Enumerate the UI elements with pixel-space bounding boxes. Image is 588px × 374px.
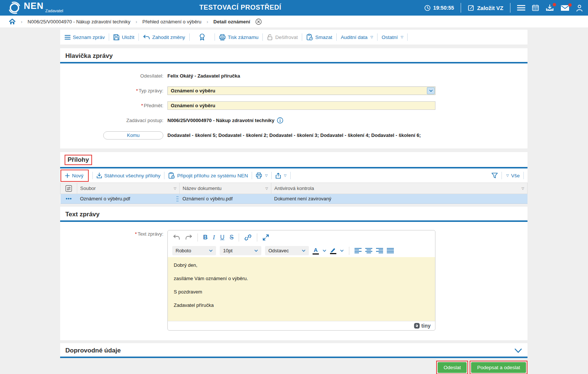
profile-button[interactable] [576,4,583,12]
redo-button[interactable] [185,234,192,240]
print-record-button[interactable]: Tisk záznamu [219,34,259,40]
komu-button[interactable]: Komu [103,131,163,140]
predmet-input[interactable] [167,101,435,110]
select-dropdown-button[interactable] [427,87,435,94]
download-all-attachments-button[interactable]: Stáhnout všechny přílohy [97,173,161,178]
tiny-logo[interactable]: tiny [414,323,431,329]
align-right-icon [376,248,383,253]
toolbar-separator [302,33,302,41]
editor-separator [239,233,239,242]
text-color-menu-chevron-icon[interactable] [323,249,326,252]
undo-icon [173,234,180,240]
align-left-button[interactable] [355,248,362,253]
save-button[interactable]: Uložit [113,34,134,40]
dropdown-triangle-icon: ▽ [506,174,509,177]
home-icon[interactable] [9,19,16,25]
close-tab-icon[interactable] [255,19,262,25]
odesilatel-value: Felix Okátý - Zadavatel příručka [167,73,240,79]
main-menu-button[interactable] [517,5,525,11]
dropdown-triangle-icon: ▽ [401,35,403,39]
row-menu-dots-icon [66,198,72,200]
column-filter-icon[interactable]: ▽ [174,187,176,190]
link-button[interactable] [244,234,252,241]
typ-zpravy-select[interactable]: Oznámení o výběru [167,86,435,95]
create-vz-button[interactable]: Založit VZ [468,4,503,11]
delete-button[interactable]: Smazat [306,34,332,40]
highlight-color-swatch [330,253,336,254]
message-paragraph: zasíláme Vám oznámení o výběru. [174,276,429,281]
discard-changes-button[interactable]: Zahodit změny [143,35,185,40]
chevron-down-icon [209,249,213,252]
podepsat-annotation: Podepsat a odeslat [470,361,527,374]
toolbar-separator [502,172,502,179]
odesilatel-label: Odesílatel: [60,73,167,79]
clipboard-delete-icon [306,34,313,40]
print-attachments-button[interactable]: ▽ [256,173,268,178]
rich-text-editor[interactable]: B I U S Roboto [167,230,435,331]
align-center-button[interactable] [365,248,372,253]
editor-content-area[interactable]: Dobrý den, zasíláme Vám oznámení o výběr… [168,257,435,321]
other-menu[interactable]: Ostatní▽ [382,35,403,40]
plus-icon [65,173,70,178]
expand-chevron-icon[interactable] [514,348,522,353]
send-button[interactable]: Odeslat [438,362,467,373]
undo-button[interactable] [173,234,180,240]
footer-actions: Odeslat Podepsat a odeslat [60,361,527,374]
nen-logo[interactable]: NEN Zadavatel [8,1,63,14]
show-all-filter[interactable]: ▽ Vše [506,173,520,178]
filter-funnel-icon[interactable] [491,173,498,178]
breadcrumb-item-overview[interactable]: Přehled oznámení o výběru [142,19,201,24]
toolbar-separator [262,33,263,41]
message-list-button[interactable]: Seznam zpráv [65,35,105,40]
fullscreen-button[interactable] [262,234,269,241]
column-header-soubor[interactable]: Soubor▽ [77,183,180,194]
cell-nazev[interactable]: Oznámení o výběru.pdf [180,194,271,204]
breadcrumb-item-procedure[interactable]: N006/25/V00004970 - Nákup zdravotní tech… [27,19,130,24]
sign-and-send-button[interactable]: Podepsat a odeslat [471,362,526,373]
printer-icon [219,34,226,40]
drag-handle-icon[interactable] [176,196,179,202]
column-header-nazev[interactable]: Název dokumentu▽ [180,183,271,194]
clipboard-attach-icon [168,172,175,179]
block-format-select[interactable]: Odstavec [265,246,309,255]
font-family-select[interactable]: Roboto [172,246,216,255]
align-left-icon [355,248,362,253]
column-filter-icon[interactable]: ▽ [265,187,268,190]
export-attachments-button[interactable]: ▽ [275,173,287,179]
column-header-antivir[interactable]: Antivirová kontrola▽ [271,183,527,194]
message-paragraph: Zadavatel příručka [174,302,429,308]
strikethrough-button[interactable]: S [230,234,234,241]
cell-soubor[interactable]: Oznámení o výběru.pdf [77,194,180,204]
award-button[interactable] [194,33,210,41]
column-filter-icon[interactable]: ▽ [522,187,524,190]
table-row[interactable]: Oznámení o výběru.pdf Oznámení o výběru.… [61,194,527,204]
inbox-button[interactable] [546,4,554,12]
column-settings-header[interactable] [61,183,77,194]
text-color-button[interactable]: A [313,247,319,255]
audit-data-menu[interactable]: Auditní data▽ [341,35,373,40]
section-title-hlavicka: Hlavička zprávy [65,52,113,60]
calendar-button[interactable] [532,4,539,11]
bold-button[interactable]: B [203,234,208,241]
section-divider [60,357,527,358]
font-size-select[interactable]: 10pt [220,246,261,255]
text-zpravy-label: Text zprávy: [138,231,163,237]
new-attachment-button[interactable]: Nový [61,170,89,182]
section-hlavicka-zpravy: Hlavička zprávy Odesílatel: Felix Okátý … [60,48,527,148]
attach-from-nen-button[interactable]: Připojit přílohu ze systému NEN [168,172,248,179]
italic-button[interactable]: I [213,234,215,241]
breadcrumb-separator: › [21,19,22,24]
info-icon[interactable] [277,117,283,124]
link-icon [244,234,252,241]
messages-button[interactable] [561,5,569,11]
prilohy-title-annotation: Přílohy [65,155,92,165]
align-right-button[interactable] [376,248,383,253]
align-justify-button[interactable] [387,248,394,253]
highlight-menu-chevron-icon[interactable] [340,249,344,252]
highlighter-icon [330,247,336,253]
underline-button[interactable]: U [220,234,225,241]
cell-antivir[interactable]: Dokument není zavirovaný [271,194,527,204]
row-actions-cell[interactable] [61,194,77,204]
brand-subtitle: Zadavatel [45,9,63,13]
highlight-color-button[interactable] [330,247,336,254]
